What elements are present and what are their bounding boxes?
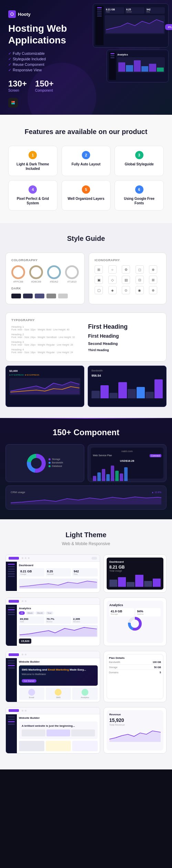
dashboard-main-screen: Dashboard 8.21 GB Usage 8.25 Upload 942: [6, 554, 100, 593]
color-ring-2: [29, 265, 43, 279]
get-started-btn[interactable]: Get Started: [22, 679, 36, 683]
sg-top-row: Colorgraphy #FFC88 #D8C89 #5DA2 #71810: [6, 253, 166, 308]
feature-card-4: 4 Pixel Perfect & Grid System: [8, 180, 57, 211]
mobile-donut: [109, 619, 161, 629]
nav-item-6: [8, 576, 15, 577]
typo-h1: First Heading: [88, 323, 161, 330]
a-stat-3: 2,395 Sessions: [72, 616, 98, 624]
comp-legend: Storage Bandwidth Database: [49, 458, 63, 468]
logo-area: [9, 557, 19, 560]
svg-marker-10: [20, 627, 97, 636]
feature-num-4: 4: [29, 185, 37, 194]
color-ring-3: [47, 265, 61, 279]
feature-label-4: Pixel Perfect & Grid System: [13, 196, 53, 205]
dash-main-content: Dashboard 8.21 GB Usage 8.25 Upload 942: [17, 562, 100, 591]
styleguide-title: Style Guide: [6, 234, 166, 243]
stat-express-1: ● 47 EXPRESS: [9, 374, 24, 376]
dash-stats: 8.21 GB Usage 8.25 Upload 942 Req: [19, 568, 98, 576]
sg-bar-chart: [92, 379, 163, 398]
legend-item-1: Storage: [49, 458, 63, 460]
typo-lbl-1: Heading 1: [11, 325, 84, 328]
dark-swatch-1: [11, 294, 21, 298]
component-title: 150+ Component: [6, 428, 166, 437]
features-grid: 1 Light & Dark Theme Included 2 Fully Au…: [8, 146, 164, 211]
color-item-2: #D8C89: [29, 265, 43, 283]
color-ring-4: [65, 265, 79, 279]
sg-dark-label: Dark: [11, 287, 79, 290]
svg-marker-9: [20, 581, 97, 588]
revenue-badge: 15,920: [19, 639, 31, 644]
a-stat-1: 89,990 Visits: [19, 616, 44, 624]
dash-heading: Dashboard: [19, 564, 98, 567]
svg-point-4: [13, 103, 15, 104]
figma-icon: [8, 98, 18, 108]
icon-search: ⊕: [149, 265, 157, 274]
icon-lock: ◇: [108, 276, 117, 284]
builder-body-1: Website Builder SMS Marketing and Email …: [6, 658, 100, 702]
mockup-chart: [105, 15, 165, 34]
nav-item-4: [8, 571, 15, 572]
features-title: Features are available on our product: [8, 127, 164, 136]
check-icon-2: ✓: [8, 57, 11, 61]
sg-screen-2: Bandwidth 956.54: [88, 366, 166, 407]
analytics-screen: Analytics All Week Month Year 89,990 Vis…: [6, 598, 100, 646]
builder-template-grid: [19, 741, 98, 751]
light-theme-section: Light Theme Web & Mobile Responsive: [0, 519, 172, 769]
sg-screen-1: $3,400 ● 47 EXPRESS ● 62 EXPRESS: [6, 366, 84, 407]
icon-home: ⊞: [95, 265, 103, 274]
typo-lbl-3: Heading 3: [11, 340, 84, 344]
icon-mail: ▣: [95, 276, 103, 284]
color-item-3: #5DA2: [47, 265, 61, 283]
color-hex-1: #FFC88: [13, 280, 23, 283]
tab-all[interactable]: All: [19, 611, 25, 615]
builder-topbar-2: [6, 707, 100, 714]
builder-row-1: Website Builder SMS Marketing and Email …: [6, 651, 166, 702]
color-item-4: #71810: [65, 265, 79, 283]
svg-marker-8: [11, 497, 161, 504]
price-badge: 15,800: [165, 24, 172, 30]
analytics-content: Analytics All Week Month Year 89,990 Vis…: [17, 605, 100, 646]
icon-bell: ◻: [136, 265, 144, 274]
analytics-tabs: All Week Month Year: [19, 611, 98, 615]
typo-h3: Second Heading: [88, 341, 161, 346]
comp-table-card: nabt.com Web Service Plan Connect USD$18…: [88, 444, 166, 482]
typo-h4: Third Heading: [88, 348, 161, 352]
color-row: #FFC88 #D8C89 #5DA2 #71810: [11, 265, 79, 283]
feature-label-1: Light & Dark Theme Included: [13, 162, 53, 171]
icon-link: ◈: [108, 286, 117, 294]
comp-bar-chart: [93, 464, 161, 481]
stat-express-2: ● 62 EXPRESS: [25, 374, 39, 376]
tab-week[interactable]: Week: [26, 611, 34, 615]
mockup-nav: [95, 6, 104, 45]
component-section: 150+ Component Storage Bandwidth: [0, 418, 172, 519]
tab-year[interactable]: Year: [46, 611, 53, 615]
color-hex-2: #D8C89: [31, 280, 41, 283]
icon-cloud: ◉: [136, 286, 144, 294]
feature-label-3: Global Styleguide: [119, 162, 159, 166]
dashboard-row-1: Dashboard 8.21 GB Usage 8.25 Upload 942: [6, 554, 166, 593]
builder-topbar-1: [6, 651, 100, 658]
crm-chart: [11, 496, 161, 504]
builder-screen-2: Website Builder A brilliant website is j…: [6, 707, 100, 754]
sg-dark-row: Dark: [11, 287, 79, 298]
builder-body-2: Website Builder A brilliant website is j…: [6, 714, 100, 753]
icon-user: ○: [108, 265, 117, 274]
analytics-row: Analytics All Week Month Year 89,990 Vis…: [6, 598, 166, 646]
analytics-stats: 89,990 Visits 70.7% Bounce 2,395 Session…: [19, 616, 98, 624]
dark-swatch-2: [23, 294, 33, 298]
check-icon-3: ✓: [8, 63, 11, 67]
light-theme-title: Light Theme: [6, 530, 166, 539]
dash-body: Dashboard 8.21 GB Usage 8.25 Upload 942: [6, 562, 100, 591]
builder-screen-1: Website Builder SMS Marketing and Email …: [6, 651, 100, 702]
builder-nav-1: [6, 658, 17, 702]
dark-swatch-3: [35, 294, 44, 298]
mockup-secondary: Analytics: [107, 50, 169, 82]
hero-section: Hooty Hosting Web Applications ✓Fully Cu…: [0, 0, 172, 114]
icon-flag: ⊙: [122, 286, 130, 294]
svg-rect-2: [13, 101, 15, 103]
color-ring-1: [11, 265, 25, 279]
svg-marker-6: [106, 20, 164, 33]
tab-month[interactable]: Month: [35, 611, 45, 615]
dash-stat-2: 8.25 Upload: [46, 568, 71, 576]
sg-iconography: Iconography ⊞ ○ ⚙ ◻ ⊕ ▣ ◇ ▤ ⊡ ⊞ ▢ ◈ ⊙ ◉ …: [89, 253, 166, 304]
